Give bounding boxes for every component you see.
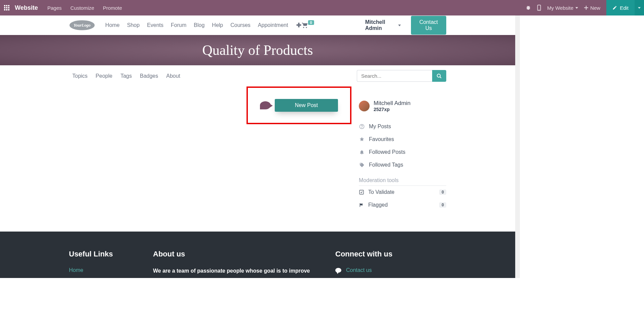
footer-links-heading: Useful Links bbox=[69, 250, 133, 258]
moderation-flagged[interactable]: Flagged 0 bbox=[359, 199, 446, 211]
flag-icon bbox=[359, 202, 364, 208]
moderation-to-validate[interactable]: To Validate 0 bbox=[359, 186, 446, 199]
edit-dropdown[interactable] bbox=[635, 0, 644, 15]
new-label: New bbox=[590, 5, 600, 11]
pointer-icon bbox=[260, 101, 271, 109]
nav-home[interactable]: Home bbox=[105, 22, 120, 28]
admin-bar: Website Pages Customize Promote My Websi… bbox=[0, 0, 644, 15]
new-button[interactable]: New bbox=[584, 5, 600, 11]
cart-icon bbox=[301, 22, 309, 29]
forum-nav-people[interactable]: People bbox=[96, 73, 112, 79]
svg-rect-3 bbox=[584, 7, 588, 8]
cart-button[interactable]: 0 bbox=[301, 22, 315, 29]
moderation-item-label: Flagged bbox=[368, 202, 388, 208]
bell-icon bbox=[359, 149, 365, 155]
footer-link-contact[interactable]: Contact us bbox=[346, 267, 372, 273]
footer-connect-heading: Connect with us bbox=[335, 250, 446, 258]
site-nav: YourLogo Home Shop Events Forum Blog Hel… bbox=[0, 15, 515, 35]
user-menu[interactable]: Mitchell Admin bbox=[365, 19, 401, 31]
forum-content-area: New Post bbox=[72, 86, 345, 201]
page-title: Quality of Products bbox=[202, 42, 313, 58]
site-switcher[interactable]: My Website bbox=[547, 5, 578, 11]
chevron-down-icon bbox=[638, 7, 641, 9]
sidebar-user[interactable]: Mitchell Admin 2527xp bbox=[359, 100, 446, 112]
svg-rect-10 bbox=[359, 190, 364, 194]
check-square-icon bbox=[359, 189, 364, 195]
nav-help[interactable]: Help bbox=[212, 22, 223, 28]
nav-blog[interactable]: Blog bbox=[194, 22, 204, 28]
pencil-icon bbox=[612, 5, 617, 10]
svg-point-9 bbox=[362, 128, 362, 128]
sidebar-followed-tags[interactable]: Followed Tags bbox=[359, 159, 446, 171]
sidebar-favourites[interactable]: Favourites bbox=[359, 133, 446, 146]
moderation-heading: Moderation tools bbox=[359, 177, 446, 186]
sidebar-item-label: My Posts bbox=[369, 124, 391, 130]
nav-events[interactable]: Events bbox=[147, 22, 163, 28]
count-badge: 0 bbox=[439, 189, 446, 195]
nav-add-icon[interactable]: ✚ bbox=[296, 22, 301, 29]
admin-menu-promote[interactable]: Promote bbox=[103, 5, 122, 11]
sidebar-my-posts[interactable]: My Posts bbox=[359, 120, 446, 133]
cart-count-badge: 0 bbox=[308, 20, 314, 25]
forum-nav-about[interactable]: About bbox=[166, 73, 180, 79]
site-switcher-label: My Website bbox=[547, 5, 573, 11]
nav-appointment[interactable]: Appointment bbox=[258, 22, 288, 28]
admin-menu-customize[interactable]: Customize bbox=[70, 5, 94, 11]
page-hero: Quality of Products bbox=[0, 35, 515, 65]
sidebar-item-label: Favourites bbox=[369, 136, 394, 142]
footer-link-home[interactable]: Home bbox=[69, 267, 83, 273]
mobile-icon[interactable] bbox=[537, 5, 541, 11]
user-menu-label: Mitchell Admin bbox=[365, 19, 395, 31]
nav-shop[interactable]: Shop bbox=[127, 22, 140, 28]
svg-point-6 bbox=[437, 74, 440, 77]
avatar bbox=[359, 101, 370, 111]
site-footer: Useful Links Home About us We are a team… bbox=[0, 232, 515, 278]
site-logo[interactable]: YourLogo bbox=[69, 19, 95, 32]
tag-icon bbox=[359, 162, 365, 168]
bug-icon[interactable] bbox=[526, 5, 531, 10]
forum-nav-tags[interactable]: Tags bbox=[120, 73, 132, 79]
footer-about-heading: About us bbox=[153, 250, 315, 258]
sidebar-item-label: Followed Tags bbox=[369, 162, 403, 168]
forum-nav-topics[interactable]: Topics bbox=[72, 73, 87, 79]
chevron-down-icon bbox=[398, 25, 401, 26]
search-button[interactable] bbox=[432, 70, 446, 82]
edit-label: Edit bbox=[620, 5, 629, 11]
contact-us-button[interactable]: Contact Us bbox=[411, 16, 446, 35]
search-input[interactable] bbox=[357, 70, 432, 82]
question-circle-icon bbox=[359, 124, 365, 129]
chevron-down-icon bbox=[575, 7, 578, 9]
admin-brand[interactable]: Website bbox=[15, 4, 38, 11]
admin-menu-pages[interactable]: Pages bbox=[47, 5, 62, 11]
new-post-button[interactable]: New Post bbox=[275, 99, 338, 112]
sidebar-user-name: Mitchell Admin bbox=[374, 100, 411, 107]
footer-about-text: We are a team of passionate people whose… bbox=[153, 267, 315, 275]
highlight-annotation: New Post bbox=[247, 86, 351, 124]
apps-icon[interactable] bbox=[4, 5, 9, 10]
svg-line-7 bbox=[440, 77, 441, 78]
sidebar-item-label: Followed Posts bbox=[369, 149, 406, 155]
speech-bubble-icon bbox=[335, 268, 341, 273]
edit-button[interactable]: Edit bbox=[606, 0, 635, 15]
count-badge: 0 bbox=[439, 202, 446, 208]
nav-forum[interactable]: Forum bbox=[171, 22, 186, 28]
forum-nav-badges[interactable]: Badges bbox=[140, 73, 158, 79]
star-icon bbox=[359, 137, 365, 142]
forum-sidebar: Mitchell Admin 2527xp My Posts Favourite… bbox=[359, 86, 446, 211]
svg-text:YourLogo: YourLogo bbox=[74, 23, 91, 28]
moderation-item-label: To Validate bbox=[368, 189, 394, 195]
search-icon bbox=[437, 73, 442, 79]
sidebar-user-xp: 2527xp bbox=[374, 107, 411, 112]
sidebar-followed-posts[interactable]: Followed Posts bbox=[359, 146, 446, 159]
nav-courses[interactable]: Courses bbox=[230, 22, 251, 28]
forum-subnav: Topics People Tags Badges About bbox=[0, 65, 515, 86]
plus-icon bbox=[584, 6, 588, 10]
search-form bbox=[357, 70, 446, 82]
